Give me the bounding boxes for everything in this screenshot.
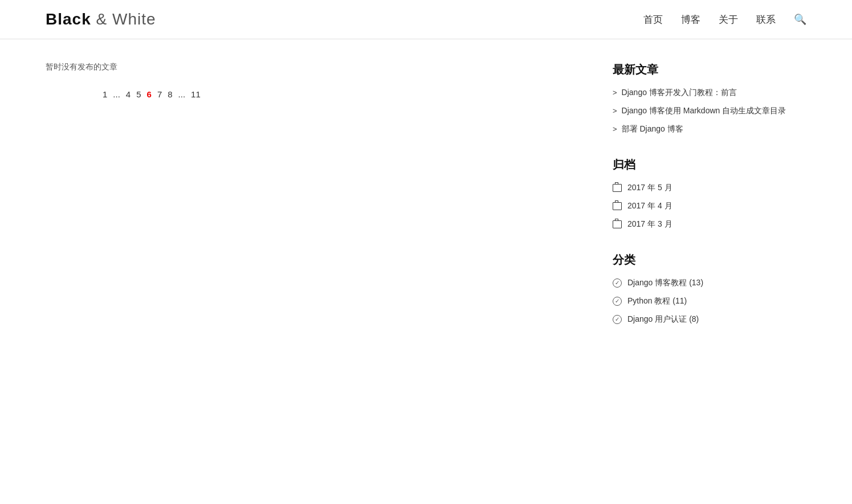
- recent-article-label: Django 博客使用 Markdown 自动生成文章目录: [622, 106, 786, 116]
- recent-article-2[interactable]: > Django 博客使用 Markdown 自动生成文章目录: [613, 106, 806, 116]
- nav-blog[interactable]: 博客: [681, 13, 700, 26]
- nav-contact[interactable]: 联系: [756, 13, 776, 26]
- page-7[interactable]: 7: [157, 89, 162, 99]
- no-articles-text: 暂时没有发布的文章: [46, 62, 578, 72]
- main-nav: 首页 博客 关于 联系 🔍: [643, 13, 806, 26]
- page-current: 6: [147, 89, 152, 99]
- search-icon[interactable]: 🔍: [794, 13, 806, 26]
- category-section: 分类 Django 博客教程 (13) Python 教程 (11) Djang…: [613, 252, 806, 325]
- check-circle-icon: [613, 315, 622, 324]
- page-11[interactable]: 11: [191, 89, 201, 99]
- content-area: 暂时没有发布的文章 1 ... 4 5 6 7 8 ... 11: [46, 62, 578, 347]
- recent-article-3[interactable]: > 部署 Django 博客: [613, 124, 806, 134]
- archive-item-2[interactable]: 2017 年 4 月: [613, 201, 806, 211]
- archive-item-1[interactable]: 2017 年 5 月: [613, 183, 806, 193]
- category-label: Python 教程 (11): [627, 296, 687, 306]
- archive-label: 2017 年 3 月: [627, 219, 672, 230]
- ellipsis-2: ...: [178, 89, 186, 99]
- recent-article-label: 部署 Django 博客: [622, 124, 683, 134]
- archive-section: 归档 2017 年 5 月 2017 年 4 月 2017 年 3 月: [613, 157, 806, 230]
- page-8[interactable]: 8: [168, 89, 172, 99]
- category-item-2[interactable]: Python 教程 (11): [613, 296, 806, 306]
- check-circle-icon: [613, 278, 622, 288]
- page-4[interactable]: 4: [126, 89, 131, 99]
- chevron-icon: >: [613, 106, 617, 115]
- recent-articles-title: 最新文章: [613, 62, 806, 77]
- ellipsis-1: ...: [113, 89, 120, 99]
- logo-separator: &: [91, 10, 112, 28]
- calendar-icon: [613, 184, 622, 192]
- calendar-icon: [613, 220, 622, 228]
- site-logo[interactable]: Black & White: [46, 10, 156, 28]
- page-5[interactable]: 5: [136, 89, 141, 99]
- category-item-3[interactable]: Django 用户认证 (8): [613, 314, 806, 325]
- archive-label: 2017 年 4 月: [627, 201, 672, 211]
- archive-label: 2017 年 5 月: [627, 183, 672, 193]
- site-header: Black & White 首页 博客 关于 联系 🔍: [0, 0, 852, 39]
- category-title: 分类: [613, 252, 806, 268]
- recent-articles-section: 最新文章 > Django 博客开发入门教程：前言 > Django 博客使用 …: [613, 62, 806, 134]
- archive-item-3[interactable]: 2017 年 3 月: [613, 219, 806, 230]
- recent-article-label: Django 博客开发入门教程：前言: [622, 88, 737, 98]
- recent-article-1[interactable]: > Django 博客开发入门教程：前言: [613, 88, 806, 98]
- chevron-icon: >: [613, 88, 617, 97]
- check-circle-icon: [613, 297, 622, 306]
- main-layout: 暂时没有发布的文章 1 ... 4 5 6 7 8 ... 11 最新文章 > …: [0, 39, 852, 370]
- calendar-icon: [613, 202, 622, 210]
- page-1[interactable]: 1: [103, 89, 107, 99]
- chevron-icon: >: [613, 125, 617, 133]
- logo-light: White: [112, 10, 156, 28]
- category-label: Django 博客教程 (13): [627, 278, 703, 288]
- category-label: Django 用户认证 (8): [627, 314, 699, 325]
- category-item-1[interactable]: Django 博客教程 (13): [613, 278, 806, 288]
- pagination: 1 ... 4 5 6 7 8 ... 11: [103, 89, 578, 99]
- logo-bold: Black: [46, 10, 91, 28]
- archive-title: 归档: [613, 157, 806, 173]
- nav-home[interactable]: 首页: [643, 13, 663, 26]
- nav-about[interactable]: 关于: [719, 13, 738, 26]
- sidebar: 最新文章 > Django 博客开发入门教程：前言 > Django 博客使用 …: [613, 62, 806, 347]
